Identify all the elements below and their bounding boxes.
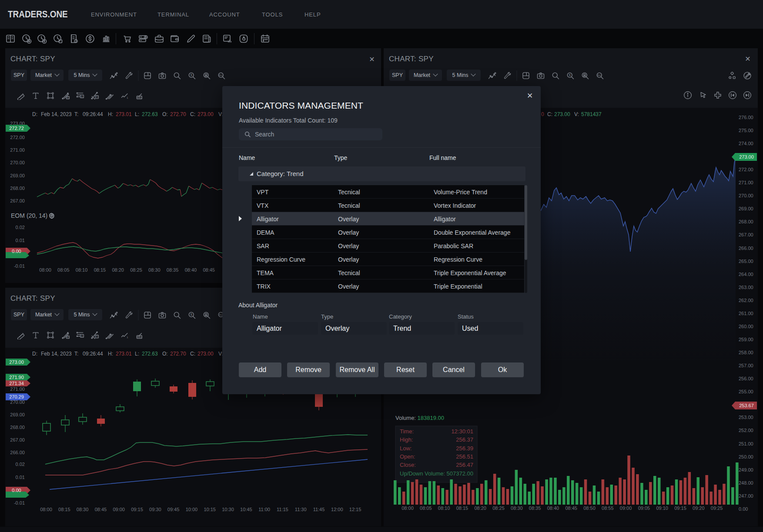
svg-text:$: $ <box>191 73 192 77</box>
svg-text:$: $ <box>191 313 192 316</box>
svg-text:ABC: ABC <box>137 336 142 338</box>
svg-text:ALL: ALL <box>597 74 601 76</box>
svg-text:G: G <box>96 96 97 98</box>
svg-text:ABC: ABC <box>137 96 142 99</box>
svg-text:1: 1 <box>127 96 128 99</box>
svg-text:R: R <box>67 96 69 99</box>
svg-text:ALL: ALL <box>219 74 223 76</box>
svg-text:1: 1 <box>127 336 128 339</box>
svg-text:G: G <box>96 335 97 338</box>
svg-text:R: R <box>67 336 69 338</box>
svg-text:$: $ <box>569 73 571 77</box>
